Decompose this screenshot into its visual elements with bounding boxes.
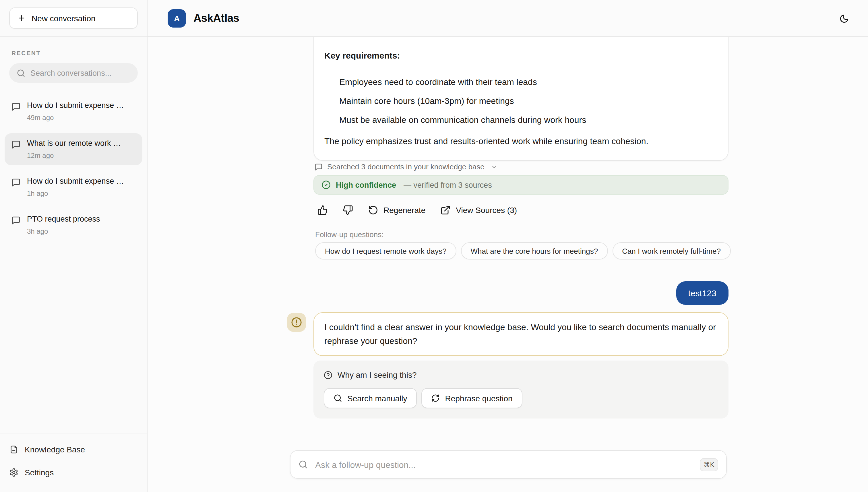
refresh-icon [431,394,440,402]
alert-circle-icon [291,317,302,328]
moon-icon [839,14,849,23]
file-icon [9,445,18,454]
conversation-title: How do I submit expense … [27,177,124,186]
message-icon [11,216,21,225]
settings-label: Settings [25,468,54,477]
app-title: AskAtlas [194,12,239,24]
fallback-message: I couldn't find a clear answer in your k… [314,312,728,356]
followup-chip[interactable]: Can I work remotely full-time? [612,242,730,260]
followup-chip[interactable]: How do I request remote work days? [315,242,456,260]
thumbs-down-icon [343,205,353,215]
view-sources-button[interactable]: View Sources (3) [440,205,517,215]
regenerate-button[interactable]: Regenerate [368,205,425,215]
searched-documents-text: Searched 3 documents in your knowledge b… [327,163,485,171]
help-circle-icon [324,371,332,379]
sidebar-item-settings[interactable]: Settings [9,461,138,484]
sidebar: New conversation RECENT Search conversat… [0,0,148,492]
app-header: A AskAtlas [148,0,868,37]
message-icon [315,163,323,171]
conversation-time: 12m ago [27,152,121,159]
conversation-item[interactable]: How do I submit expense … 49m ago [5,95,142,127]
followups-label: Follow-up questions: [315,230,383,239]
main-area: A AskAtlas Key requirements: Employees n… [148,0,868,492]
message-list-item: Must be available on communication chann… [339,110,718,129]
rotate-ccw-icon [368,205,378,215]
conversation-title: How do I submit expense … [27,101,124,109]
rephrase-question-label: Rephrase question [445,394,513,403]
message-list-item: Maintain core hours (10am-3pm) for meeti… [339,91,718,110]
search-icon [299,460,308,469]
conversation-search-placeholder: Search conversations... [30,69,111,77]
sidebar-header: New conversation [0,0,147,37]
assistant-message: Key requirements: Employees need to coor… [314,37,728,161]
dark-mode-toggle[interactable] [835,9,853,28]
external-link-icon [440,205,451,215]
askatlas-app: New conversation RECENT Search conversat… [0,0,868,492]
keyboard-shortcut-badge: ⌘K [700,458,718,471]
new-conversation-label: New conversation [31,14,96,23]
message-closing: The policy emphasizes trust and results-… [324,135,718,148]
help-prompt-label: Why am I seeing this? [338,370,417,379]
sidebar-footer: Knowledge Base Settings [0,433,147,492]
composer-divider [148,436,868,436]
user-message: test123 [676,281,728,305]
search-manually-button[interactable]: Search manually [324,388,417,408]
thumbs-down-button[interactable] [343,205,353,215]
why-am-i-seeing-this[interactable]: Why am I seeing this? [324,370,718,379]
conversation-item[interactable]: How do I submit expense … 1h ago [5,171,142,203]
conversation-search[interactable]: Search conversations... [9,63,138,83]
gear-icon [9,468,18,477]
followup-chip[interactable]: What are the core hours for meetings? [461,242,607,260]
thumbs-up-icon [318,205,328,215]
conversation-item[interactable]: PTO request process 3h ago [5,209,142,241]
followup-chips: How do I request remote work days? What … [315,242,730,260]
search-manually-label: Search manually [347,394,407,403]
search-icon [333,394,342,402]
chat-scroll-area[interactable]: Key requirements: Employees need to coor… [148,37,868,436]
chevron-down-icon [491,163,498,170]
message-list-item: Employees need to coordinate with their … [339,72,718,91]
view-sources-label: View Sources (3) [456,205,517,215]
confidence-label: High confidence [336,180,396,189]
conversation-title: What is our remote work … [27,139,121,148]
message-icon [11,178,21,187]
composer: ⌘K [290,450,727,479]
conversation-item-selected[interactable]: What is our remote work … 12m ago [5,133,142,165]
knowledge-base-label: Knowledge Base [25,445,85,454]
conversation-time: 49m ago [27,114,124,122]
sidebar-item-knowledge-base[interactable]: Knowledge Base [9,438,138,461]
confidence-banner: High confidence — verified from 3 source… [314,175,728,195]
check-circle-icon [321,180,331,190]
message-heading: Key requirements: [324,51,718,60]
confidence-detail: — verified from 3 sources [403,180,492,189]
help-buttons: Search manually Rephrase question [324,388,718,408]
conversation-time: 3h ago [27,227,100,236]
message-icon [11,140,21,149]
conversation-time: 1h ago [27,190,124,197]
message-icon [11,102,21,112]
regenerate-label: Regenerate [383,205,425,215]
thumbs-up-button[interactable] [318,205,328,215]
warning-avatar [287,313,306,332]
new-conversation-button[interactable]: New conversation [9,7,138,29]
plus-icon [17,14,26,22]
searched-documents-disclosure[interactable]: Searched 3 documents in your knowledge b… [315,163,498,171]
message-actions: Regenerate View Sources (3) [318,205,517,215]
app-avatar: A [168,9,186,27]
search-icon [17,69,25,77]
rephrase-question-button[interactable]: Rephrase question [422,388,522,408]
recent-section-label: RECENT [11,49,135,56]
conversation-list: How do I submit expense … 49m ago What i… [5,95,142,241]
conversation-title: PTO request process [27,215,100,223]
fallback-help-panel: Why am I seeing this? Search manually Re… [314,361,728,419]
followup-question-input[interactable] [314,459,693,470]
